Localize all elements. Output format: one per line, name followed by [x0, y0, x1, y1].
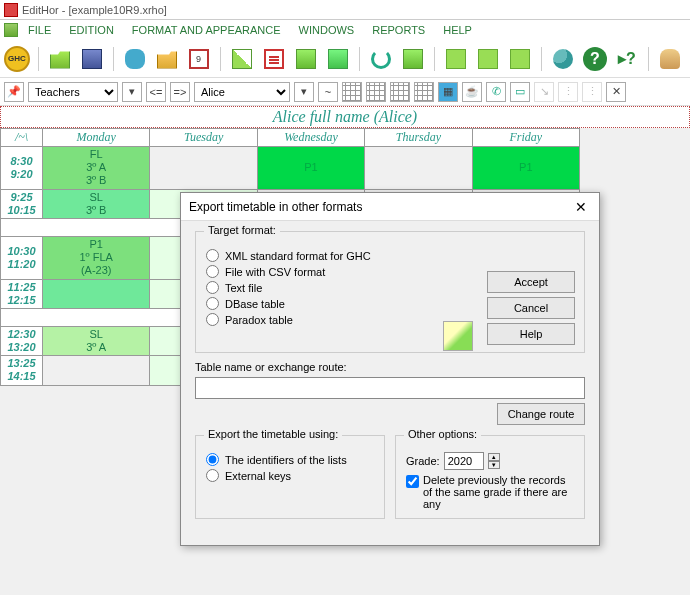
phone-button[interactable]: ✆: [486, 82, 506, 102]
dis2-button: ⋮: [558, 82, 578, 102]
tt-corner: /~\: [1, 129, 43, 147]
radio-paradox-label: Paradox table: [225, 314, 293, 326]
target-format-legend: Target format:: [204, 224, 280, 236]
help-button[interactable]: ?: [582, 46, 608, 72]
radio-text[interactable]: [206, 281, 219, 294]
radio-dbase[interactable]: [206, 297, 219, 310]
type-dropdown-button[interactable]: ▾: [122, 82, 142, 102]
time-1: 9:2510:15: [1, 190, 43, 219]
radio-csv[interactable]: [206, 265, 219, 278]
cloud-button[interactable]: [122, 46, 148, 72]
export-dialog: Export timetable in other formats ✕ Acce…: [180, 192, 600, 546]
menu-help[interactable]: HELP: [435, 22, 480, 38]
route-label: Table name or exchange route:: [195, 361, 585, 373]
view3-button[interactable]: [390, 82, 410, 102]
route-input[interactable]: [195, 377, 585, 399]
card-button[interactable]: ▭: [510, 82, 530, 102]
radio-identifiers-label: The identifiers of the lists: [225, 454, 347, 466]
cell-r0c4[interactable]: P1: [473, 147, 580, 190]
day-wed: Wednesday: [258, 129, 365, 147]
grade-down-button[interactable]: ▼: [488, 461, 500, 469]
grade-up-button[interactable]: ▲: [488, 453, 500, 461]
view2-button[interactable]: [366, 82, 386, 102]
refresh-button[interactable]: [368, 46, 394, 72]
tool3-button[interactable]: [475, 46, 501, 72]
close-view-button[interactable]: ✕: [606, 82, 626, 102]
day-fri: Friday: [473, 129, 580, 147]
grade-input[interactable]: [444, 452, 484, 470]
calendar-button[interactable]: [186, 46, 212, 72]
titlebar: EditHor - [example10R9.xrho]: [0, 0, 690, 20]
chart-button[interactable]: [229, 46, 255, 72]
radio-dbase-label: DBase table: [225, 298, 285, 310]
close-icon[interactable]: ✕: [571, 197, 591, 217]
radio-text-label: Text file: [225, 282, 262, 294]
menu-windows[interactable]: WINDOWS: [291, 22, 363, 38]
cell-r0c0[interactable]: FL3º A3º B: [43, 147, 150, 190]
cell-r0c2[interactable]: P1: [258, 147, 365, 190]
view4-button[interactable]: [414, 82, 434, 102]
dialog-titlebar: Export timetable in other formats ✕: [181, 193, 599, 221]
radio-external-label: External keys: [225, 470, 291, 482]
cell-r4c0[interactable]: SL3º A: [43, 327, 150, 356]
pdf-button[interactable]: [261, 46, 287, 72]
dis1-button: ↘: [534, 82, 554, 102]
cell-r0c1[interactable]: [150, 147, 257, 190]
change-route-button[interactable]: Change route: [497, 403, 585, 425]
day-mon: Monday: [43, 129, 150, 147]
radio-csv-label: File with CSV format: [225, 266, 325, 278]
name-dropdown-button[interactable]: ▾: [294, 82, 314, 102]
people-button[interactable]: [550, 46, 576, 72]
menu-file[interactable]: FILE: [20, 22, 59, 38]
open-button[interactable]: [154, 46, 180, 72]
coffee-button[interactable]: ☕: [462, 82, 482, 102]
cell-r3c0[interactable]: [43, 280, 150, 309]
time-2: 10:3011:20: [1, 237, 43, 280]
tool2-button[interactable]: [443, 46, 469, 72]
delete-checkbox[interactable]: [406, 475, 419, 488]
dialog-title: Export timetable in other formats: [189, 200, 362, 214]
menu-reports[interactable]: REPORTS: [364, 22, 433, 38]
radio-xml[interactable]: [206, 249, 219, 262]
day-tue: Tuesday: [150, 129, 257, 147]
prev-button[interactable]: <=: [146, 82, 166, 102]
selector-bar: 📌 Teachers ▾ <= => Alice ▾ ~ ▦ ☕ ✆ ▭ ↘ ⋮…: [0, 78, 690, 106]
menu-icon: [4, 23, 18, 37]
type-select[interactable]: Teachers: [28, 82, 118, 102]
ghc-folder-button[interactable]: GHC: [47, 46, 73, 72]
cell-r1c0[interactable]: SL3º B: [43, 190, 150, 219]
radio-xml-label: XML standard format for GHC: [225, 250, 371, 262]
other-options-legend: Other options:: [404, 428, 481, 440]
tool4-button[interactable]: [507, 46, 533, 72]
anchor-button[interactable]: 📌: [4, 82, 24, 102]
export1-button[interactable]: [293, 46, 319, 72]
tool1-button[interactable]: [400, 46, 426, 72]
cell-r2c0[interactable]: P11º FLA(A-23): [43, 237, 150, 280]
export-using-legend: Export the timetable using:: [204, 428, 342, 440]
export2-button[interactable]: [325, 46, 351, 72]
save-button[interactable]: [79, 46, 105, 72]
name-select[interactable]: Alice: [194, 82, 290, 102]
next-button[interactable]: =>: [170, 82, 190, 102]
menu-format[interactable]: FORMAT AND APPEARANCE: [124, 22, 289, 38]
radio-identifiers[interactable]: [206, 453, 219, 466]
radio-paradox[interactable]: [206, 313, 219, 326]
cell-r0c3[interactable]: [365, 147, 472, 190]
time-5: 13:2514:15: [1, 356, 43, 385]
full-name-bar: Alice full name (Alice): [0, 106, 690, 128]
cell-r5c0[interactable]: [43, 356, 150, 385]
time-4: 12:3013:20: [1, 327, 43, 356]
user-button[interactable]: [657, 46, 683, 72]
tilde-button[interactable]: ~: [318, 82, 338, 102]
view1-button[interactable]: [342, 82, 362, 102]
radio-external[interactable]: [206, 469, 219, 482]
delete-label: Delete previously the records of the sam…: [423, 474, 574, 510]
time-3: 11:2512:15: [1, 280, 43, 309]
next-help-button[interactable]: ▸?: [614, 46, 640, 72]
day-thu: Thursday: [365, 129, 472, 147]
ghc-button[interactable]: GHC: [4, 46, 30, 72]
grade-label: Grade:: [406, 455, 440, 467]
toolbar: GHC GHC ? ▸?: [0, 40, 690, 78]
menu-edition[interactable]: EDITION: [61, 22, 122, 38]
view5-button[interactable]: ▦: [438, 82, 458, 102]
